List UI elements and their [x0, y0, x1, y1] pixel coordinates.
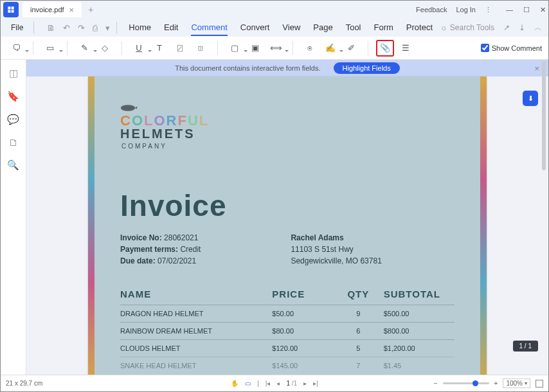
eraser-tool[interactable]: ◇: [96, 40, 114, 57]
note-tool[interactable]: 🗨: [7, 40, 25, 57]
tab-title: invoice.pdf: [30, 6, 64, 13]
invoice-meta: Invoice No: 28062021 Payment terms: Cred…: [120, 232, 455, 267]
comment-toolbar: 🗨 ▭ ✎ ◇ U T ⍁ ⎅ ▢ ▣ ⟺ ⍟ ✍ ✐ 📎 ☰ Show Com…: [1, 37, 548, 60]
undo-icon[interactable]: ↶: [63, 23, 70, 33]
zoom-value[interactable]: 100% ▾: [503, 379, 530, 388]
text-tool[interactable]: T: [150, 40, 168, 57]
next-page-icon[interactable]: ▸: [303, 380, 307, 387]
comments-icon[interactable]: 💬: [7, 114, 19, 125]
search-tools[interactable]: ☼ Search Tools: [440, 23, 494, 32]
svg-point-0: [121, 105, 135, 111]
pdf-page: COLORFUL HELMETS COMPANY Invoice Invoice…: [88, 76, 487, 375]
table-row: SNAKE HEAD HELMET$145.007$1.45: [120, 357, 455, 374]
logo-text-3: COMPANY: [122, 143, 455, 150]
menu-tabs: Home Edit Comment Convert View Page Tool…: [129, 20, 433, 36]
print-icon[interactable]: ⎙: [93, 23, 98, 33]
close-window-icon[interactable]: ✕: [540, 6, 546, 14]
tab-edit[interactable]: Edit: [164, 20, 178, 36]
document-canvas[interactable]: This document contains interactive form …: [26, 60, 548, 375]
new-tab-button[interactable]: +: [88, 4, 93, 15]
banner-close-icon[interactable]: ×: [534, 64, 539, 73]
page-nav: ✋ ▭ | |◂ ◂ 1 /1 ▸ ▸|: [231, 380, 318, 387]
statusbar: 21 x 29.7 cm ✋ ▭ | |◂ ◂ 1 /1 ▸ ▸| − + 10…: [1, 375, 548, 391]
highlight-fields-button[interactable]: Highlight Fields: [334, 62, 400, 74]
thumbnails-icon[interactable]: ◫: [9, 67, 18, 79]
callout-tool[interactable]: ⎅: [192, 40, 210, 57]
first-page-icon[interactable]: |◂: [266, 380, 271, 387]
highlight-tool[interactable]: ▭: [41, 40, 59, 57]
fit-page-icon[interactable]: [536, 380, 543, 388]
show-comment-checkbox[interactable]: [481, 44, 489, 52]
sign-tool[interactable]: ✐: [342, 40, 360, 57]
tab-comment[interactable]: Comment: [191, 20, 227, 36]
prev-page-icon[interactable]: ◂: [276, 380, 280, 387]
select-tool-icon[interactable]: ▭: [245, 380, 251, 387]
cloud-icon[interactable]: ⤓: [519, 23, 525, 32]
form-fields-banner: This document contains interactive form …: [26, 60, 548, 76]
tab-convert[interactable]: Convert: [240, 20, 270, 36]
hand-tool-icon[interactable]: ✋: [231, 380, 239, 387]
document-tab[interactable]: invoice.pdf ×: [22, 2, 82, 17]
vertical-scrollbar[interactable]: [542, 60, 547, 375]
tab-form[interactable]: Form: [374, 20, 393, 36]
collapse-ribbon-icon[interactable]: ︿: [534, 22, 542, 33]
more-icon[interactable]: ⋮: [485, 6, 492, 14]
login-link[interactable]: Log In: [456, 6, 476, 13]
zoom-slider[interactable]: [443, 382, 489, 384]
pencil-tool[interactable]: ✎: [75, 40, 93, 57]
feedback-link[interactable]: Feedback: [416, 6, 447, 13]
maximize-icon[interactable]: ☐: [523, 6, 530, 14]
customize-icon[interactable]: ▾: [105, 23, 110, 33]
menubar: File 🗎 ↶ ↷ ⎙ ▾ Home Edit Comment Convert…: [1, 19, 548, 37]
underline-tool[interactable]: U: [130, 40, 148, 57]
minimize-icon[interactable]: —: [506, 6, 513, 14]
table-row: CLOUDS HELMET$120.005$1,200.00: [120, 339, 455, 357]
attachments-rail-icon[interactable]: 🗋: [8, 137, 18, 148]
page-dimensions: 21 x 29.7 cm: [6, 380, 42, 387]
table-row: DRAGON HEAD HELMET$50.009$500.00: [120, 305, 455, 322]
search-icon[interactable]: 🔍: [7, 159, 19, 171]
comments-panel-tool[interactable]: ☰: [397, 40, 415, 57]
titlebar: invoice.pdf × + Feedback Log In ⋮ — ☐ ✕: [1, 1, 548, 19]
attachment-tool[interactable]: 📎: [376, 40, 394, 57]
zoom-in-icon[interactable]: +: [494, 380, 498, 387]
logo-text-1: COLORFUL: [120, 114, 455, 128]
last-page-icon[interactable]: ▸|: [313, 380, 318, 387]
logo-text-2: HELMETS: [120, 127, 455, 141]
invoice-title: Invoice: [120, 188, 455, 223]
save-icon[interactable]: 🗎: [47, 23, 55, 33]
tab-view[interactable]: View: [282, 20, 300, 36]
shape-rect-tool[interactable]: ▢: [226, 40, 244, 57]
textbox-tool[interactable]: ⍁: [171, 40, 189, 57]
stamp-tool[interactable]: ⍟: [301, 40, 319, 57]
tab-home[interactable]: Home: [129, 20, 151, 36]
tab-page[interactable]: Page: [313, 20, 332, 36]
invoice-table: NAME PRICE QTY SUBTOTAL DRAGON HEAD HELM…: [120, 289, 455, 374]
content-area: ◫ 🔖 💬 🗋 🔍 ▸ This document contains inter…: [1, 60, 548, 375]
callout-box-tool[interactable]: ▣: [246, 40, 264, 57]
close-tab-icon[interactable]: ×: [69, 5, 75, 15]
download-badge-icon[interactable]: ⬇: [523, 91, 538, 106]
banner-message: This document contains interactive form …: [175, 64, 320, 72]
table-row: RAINBOW DREAM HELMET$80.006$800.00: [120, 322, 455, 339]
share-icon[interactable]: ↗: [503, 23, 510, 32]
measure-tool[interactable]: ⟺: [267, 40, 285, 57]
page-indicator: 1 / 1: [513, 341, 538, 352]
bookmarks-icon[interactable]: 🔖: [7, 91, 19, 102]
tab-protect[interactable]: Protect: [406, 20, 433, 36]
left-sidebar: ◫ 🔖 💬 🗋 🔍: [1, 60, 26, 375]
zoom-out-icon[interactable]: −: [434, 380, 438, 387]
tab-tool[interactable]: Tool: [346, 20, 361, 36]
logo-icon: [120, 102, 141, 111]
show-comment-toggle[interactable]: Show Comment: [481, 44, 542, 52]
signature-tool[interactable]: ✍: [321, 40, 339, 57]
file-menu[interactable]: File: [7, 22, 27, 33]
app-icon: [3, 2, 19, 17]
redo-icon[interactable]: ↷: [78, 23, 85, 33]
